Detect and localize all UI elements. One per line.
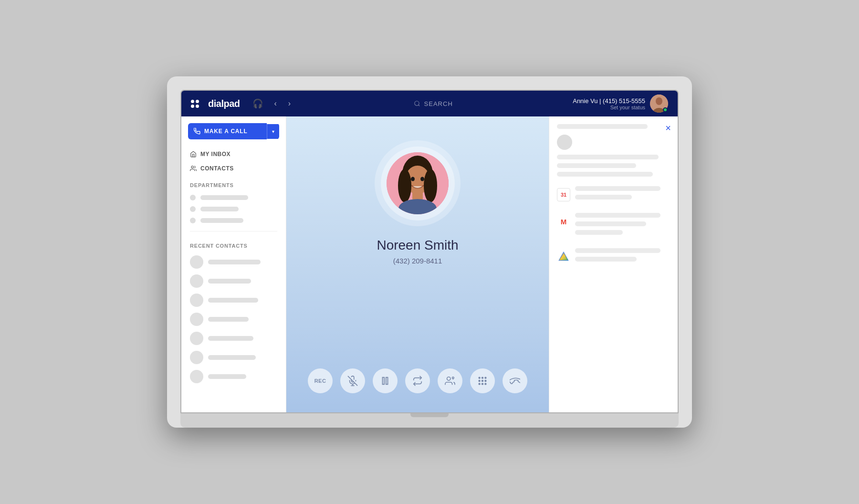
sidebar-item-contacts[interactable]: CONTACTS: [181, 161, 286, 176]
search-label: SEARCH: [424, 100, 453, 107]
laptop-notch: [410, 413, 449, 417]
back-button[interactable]: ‹: [272, 97, 280, 110]
calendar-icon: 31: [557, 188, 570, 201]
main-layout: MAKE A CALL ▾ MY INBOX CONTACTS: [181, 116, 678, 412]
right-avatar-placeholder: [557, 135, 572, 150]
integration-gmail: M: [557, 213, 670, 239]
drive-line-1: [575, 248, 660, 253]
make-call-button-group[interactable]: MAKE A CALL ▾: [188, 123, 279, 139]
forward-button[interactable]: ›: [285, 97, 293, 110]
hold-button[interactable]: [373, 368, 398, 393]
sidebar-item-inbox[interactable]: MY INBOX: [181, 147, 286, 161]
search-area[interactable]: SEARCH: [299, 100, 567, 107]
drive-lines: [575, 248, 670, 265]
svg-rect-18: [383, 378, 385, 385]
contact-name: Noreen Smith: [377, 238, 458, 253]
call-panel: Noreen Smith (432) 209-8411 REC: [286, 116, 549, 412]
coach-icon: [445, 376, 455, 386]
svg-point-23: [479, 377, 480, 378]
svg-point-13: [411, 177, 415, 181]
contacts-label: CONTACTS: [200, 165, 234, 172]
avatar-ring-outer: [375, 140, 461, 226]
headset-button[interactable]: 🎧: [250, 96, 266, 111]
dialpad-logo-icon: [191, 99, 204, 108]
recent-avatar-6: [190, 351, 203, 364]
dept-line-3: [200, 218, 243, 223]
cal-line-2: [575, 195, 632, 200]
recent-avatar-2: [190, 274, 203, 288]
mute-icon: [347, 376, 358, 386]
user-avatar-wrapper[interactable]: [650, 94, 668, 113]
recent-avatar-7: [190, 370, 203, 383]
gmail-line-3: [575, 230, 623, 235]
gmail-icon: M: [557, 215, 570, 228]
mute-button[interactable]: [340, 368, 365, 393]
app-name: dialpad: [208, 98, 240, 109]
drive-line-2: [575, 257, 637, 262]
dept-dot-1: [190, 195, 196, 200]
recent-contact-2[interactable]: [181, 272, 286, 291]
keypad-icon: [477, 376, 488, 386]
gmail-line-1: [575, 213, 660, 218]
svg-point-0: [414, 101, 419, 105]
dept-dot-2: [190, 206, 196, 212]
recent-name-4: [208, 317, 249, 322]
drive-icon: [557, 250, 570, 263]
skel-top-2: [557, 155, 659, 159]
contact-phone: (432) 209-8411: [393, 257, 442, 265]
hangup-icon: [510, 376, 520, 386]
sidebar-divider: [190, 231, 277, 231]
gmail-lines: [575, 213, 670, 239]
dept-item-2[interactable]: [181, 203, 286, 215]
dept-item-3[interactable]: [181, 215, 286, 226]
user-status-link[interactable]: Set your status: [573, 105, 645, 110]
recent-avatar-5: [190, 332, 203, 345]
departments-section-title: DEPARTMENTS: [181, 176, 286, 192]
make-call-dropdown-button[interactable]: ▾: [267, 124, 279, 139]
dept-line-2: [200, 207, 239, 211]
svg-marker-33: [559, 252, 568, 261]
drive-triangle-icon: [558, 252, 569, 262]
logo-area: dialpad: [191, 98, 240, 109]
close-button[interactable]: ×: [665, 123, 671, 133]
transfer-button[interactable]: [405, 368, 430, 393]
hold-icon: [380, 376, 390, 386]
skel-top-4: [557, 172, 653, 177]
svg-point-29: [479, 383, 480, 385]
recent-name-7: [208, 374, 246, 379]
calendar-lines: [575, 186, 670, 203]
hangup-button[interactable]: [503, 368, 527, 393]
coach-button[interactable]: [438, 368, 462, 393]
keypad-button[interactable]: [470, 368, 495, 393]
recent-name-1: [208, 260, 261, 264]
skel-top-1: [557, 124, 648, 129]
status-indicator: [663, 107, 668, 112]
recent-contact-4[interactable]: [181, 310, 286, 329]
phone-icon: [194, 128, 200, 135]
sidebar: MAKE A CALL ▾ MY INBOX CONTACTS: [181, 116, 286, 412]
svg-point-26: [479, 380, 480, 382]
laptop-frame: dialpad 🎧 ‹ › SEARCH Annie Vu | (415) 51…: [167, 76, 692, 428]
recent-contact-6[interactable]: [181, 348, 286, 367]
record-button[interactable]: REC: [308, 368, 333, 393]
recent-contact-1[interactable]: [181, 252, 286, 272]
recent-contact-5[interactable]: [181, 329, 286, 348]
svg-point-24: [482, 377, 483, 378]
avatar-ring-inner: [381, 147, 455, 220]
svg-point-31: [485, 383, 486, 385]
contact-avatar: [387, 152, 449, 214]
svg-point-10: [424, 169, 437, 202]
recent-avatar-3: [190, 294, 203, 307]
make-call-main-button[interactable]: MAKE A CALL: [188, 123, 267, 139]
contact-display: Noreen Smith (432) 209-8411: [375, 140, 461, 265]
integration-calendar: 31: [557, 186, 670, 203]
contacts-icon: [190, 165, 197, 172]
recent-contact-3[interactable]: [181, 291, 286, 310]
svg-point-14: [420, 177, 424, 181]
search-box[interactable]: SEARCH: [414, 100, 453, 107]
recent-avatar-1: [190, 255, 203, 269]
integration-drive: [557, 248, 670, 265]
dept-item-1[interactable]: [181, 192, 286, 203]
svg-point-28: [485, 380, 486, 382]
recent-contact-7[interactable]: [181, 367, 286, 386]
